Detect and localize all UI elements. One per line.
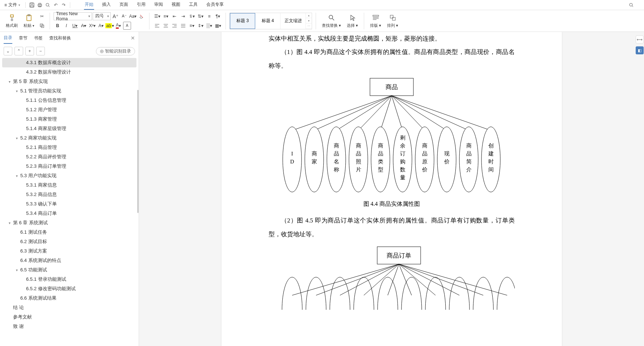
toc-item[interactable]: 5.3.2 商品信息 [2, 190, 136, 199]
select-button[interactable]: 选择 ▾ [345, 13, 360, 29]
show-marks-icon[interactable]: ¶▾ [214, 12, 222, 20]
rail-ai-icon[interactable]: ◧ [636, 46, 644, 54]
toc-item[interactable]: ▾第 6 章 系统测试 [2, 218, 136, 228]
align-center-icon[interactable] [162, 22, 170, 30]
scrollbar-thumb[interactable] [137, 90, 139, 213]
tab-references[interactable]: 引用 [136, 0, 146, 10]
tab-chapter[interactable]: 章节 [19, 33, 28, 43]
toc-item[interactable]: 4.3.2 数据库物理设计 [2, 67, 136, 77]
toc-item[interactable]: 结 论 [2, 303, 136, 312]
toc-item[interactable]: 5.1.4 商家星级管理 [2, 124, 136, 133]
toc-item[interactable]: 6.5.2 修改密码功能测试 [2, 284, 136, 293]
tab-vip[interactable]: 会员专享 [206, 0, 224, 10]
document-viewport[interactable]: ⟷ ◧ 实体中相互关系，实线段主要是完成椭圆，矩形，菱形的连接。 （1）图 4.… [139, 32, 644, 346]
arrange-button[interactable]: 排列 ▾ [385, 13, 400, 29]
collapse-up-icon[interactable]: ⌃ [14, 47, 23, 55]
style-heading4[interactable]: 标题 4 [255, 13, 281, 29]
expand-styles-icon[interactable]: ⋯ [306, 24, 312, 29]
underline-icon[interactable]: U▾ [71, 22, 79, 30]
toc-item[interactable]: 5.3.1 商家信息 [2, 180, 136, 190]
align-justify-icon[interactable] [179, 22, 187, 30]
increase-indent-icon[interactable]: ⇥ [179, 12, 187, 20]
toc-item[interactable]: 5.3.4 商品订单 [2, 209, 136, 218]
tab-bookmark[interactable]: 书签 [34, 33, 43, 43]
font-size-combo[interactable]: 四号▾ [93, 12, 111, 20]
phonetic-icon[interactable]: A [123, 22, 131, 30]
layout-button[interactable]: 排版 ▾ [368, 13, 383, 29]
text-effects-icon[interactable]: A▾ [97, 22, 105, 30]
clear-format-icon[interactable] [138, 12, 146, 20]
numbering-icon[interactable]: ≡▾ [162, 12, 170, 20]
save-icon[interactable] [29, 2, 35, 8]
toc-item[interactable]: 致 谢 [2, 322, 136, 331]
toc-item[interactable]: 5.2.1 商品管理 [2, 143, 136, 152]
format-painter-button[interactable]: 格式刷 [4, 13, 20, 29]
toc-item[interactable]: 5.2.2 商品评价管理 [2, 152, 136, 162]
line-spacing-icon[interactable]: ≡ [205, 12, 213, 20]
align-left-icon[interactable] [153, 22, 161, 30]
italic-icon[interactable]: I [62, 22, 70, 30]
tab-tools[interactable]: 工具 [188, 0, 198, 10]
change-case-icon[interactable]: Aa▾ [129, 12, 137, 20]
tab-view[interactable]: 视图 [171, 0, 181, 10]
style-heading3[interactable]: 标题 3 [230, 13, 255, 29]
style-body-indent[interactable]: 正文缩进 [281, 13, 306, 29]
scroll-up-icon[interactable]: ▴ [306, 13, 312, 18]
tab-toc[interactable]: 目录 [4, 33, 12, 44]
toc-item[interactable]: ▾6.5 功能测试 [2, 265, 136, 275]
toc-item[interactable]: 5.3.3 确认下单 [2, 199, 136, 209]
rail-expand-icon[interactable]: ⟷ [636, 36, 644, 43]
tab-home[interactable]: 开始 [84, 0, 94, 10]
shading-icon[interactable]: ▾ [205, 22, 213, 30]
find-replace-button[interactable]: 查找替换 ▾ [320, 13, 343, 29]
add-icon[interactable]: + [25, 47, 34, 55]
spacing-icon[interactable]: ⇕▾ [197, 22, 205, 30]
toc-item[interactable]: 6.3 测试方案 [2, 246, 136, 256]
copy-icon[interactable] [38, 22, 46, 30]
shrink-font-icon[interactable]: A⁻ [120, 12, 128, 20]
distribute-icon[interactable]: ≡▾ [188, 22, 196, 30]
decrease-indent-icon[interactable]: ⇤ [171, 12, 178, 20]
strikethrough-icon[interactable]: A▾ [80, 22, 88, 30]
superscript-icon[interactable]: X²▾ [88, 22, 96, 30]
expand-down-icon[interactable]: ⌄ [4, 47, 12, 55]
toc-item[interactable]: 6.6 系统测试结果 [2, 293, 136, 303]
grow-font-icon[interactable]: A⁺ [111, 12, 119, 20]
toc-item[interactable]: 4.3.1 数据库概念设计 [2, 58, 136, 67]
tab-insert[interactable]: 插入 [101, 0, 111, 10]
bold-icon[interactable]: B [54, 22, 62, 30]
search-icon[interactable] [628, 2, 635, 8]
toc-item[interactable]: 5.1.2 用户管理 [2, 105, 136, 114]
print-icon[interactable] [37, 2, 43, 8]
file-menu[interactable]: ≡ 文件 ▾ [2, 1, 22, 9]
toc-item[interactable]: 5.1.3 商家管理 [2, 114, 136, 124]
text-direction-icon[interactable]: ⥮▾ [188, 12, 196, 20]
toc-item[interactable]: ▾5.2 商家功能实现 [2, 133, 136, 143]
redo-icon[interactable]: ↷ [60, 2, 67, 8]
sort-icon[interactable]: ⇅▾ [197, 12, 205, 20]
paste-button[interactable]: 粘贴 ▾ [21, 13, 37, 29]
smart-toc-button[interactable]: ◎ 智能识别目录 [96, 47, 135, 55]
bullets-icon[interactable]: ☰▾ [153, 12, 161, 20]
toc-item[interactable]: ▾5.3 用户功能实现 [2, 171, 136, 180]
scroll-down-icon[interactable]: ▾ [306, 18, 312, 24]
toc-item[interactable]: 6.5.1 登录功能测试 [2, 275, 136, 284]
toc-item[interactable]: 5.2.3 商品订单管理 [2, 162, 136, 171]
tab-page[interactable]: 页面 [119, 0, 129, 10]
borders-icon[interactable]: ▦▾ [214, 22, 222, 30]
toc-item[interactable]: 6.2 测试目标 [2, 237, 136, 246]
align-right-icon[interactable] [171, 22, 178, 30]
font-name-combo[interactable]: Times New Roma▾ [54, 12, 92, 20]
cut-icon[interactable]: ✂ [38, 12, 46, 20]
font-color-icon[interactable]: A▾ [114, 22, 122, 30]
toc-item[interactable]: 6.4 系统测试的特点 [2, 256, 136, 265]
tab-find-replace[interactable]: 查找和替换 [49, 33, 71, 43]
highlight-icon[interactable]: ab▾ [106, 22, 114, 30]
close-pane-icon[interactable]: ✕ [131, 35, 135, 41]
preview-icon[interactable] [45, 2, 51, 8]
undo-icon[interactable]: ↶ [52, 2, 59, 8]
toc-item[interactable]: 参考文献 [2, 312, 136, 322]
toc-item[interactable]: ▾5.1 管理员功能实现 [2, 86, 136, 96]
toc-item[interactable]: ▾第 5 章 系统实现 [2, 77, 136, 86]
toc-item[interactable]: 5.1.1 公告信息管理 [2, 96, 136, 105]
